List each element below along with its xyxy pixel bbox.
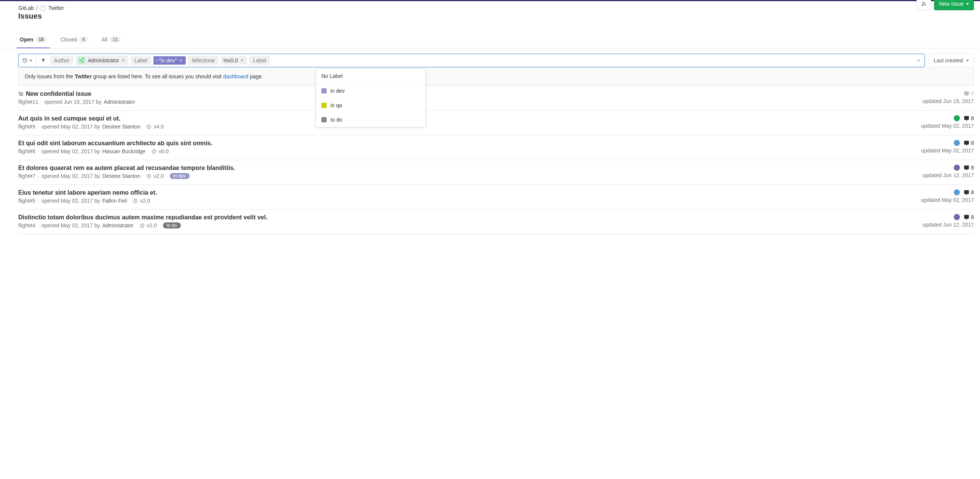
issue-opened: opened May 02, 2017 by bbox=[41, 123, 100, 129]
clock-icon bbox=[151, 149, 156, 154]
issue-row[interactable]: Distinctio totam doloribus ducimus autem… bbox=[18, 209, 974, 234]
confidential-icon bbox=[18, 91, 24, 97]
label-color-swatch bbox=[321, 88, 327, 94]
clock-icon bbox=[140, 223, 145, 228]
comments-count[interactable]: 8 bbox=[964, 214, 974, 220]
dropdown-label-option[interactable]: to do bbox=[316, 113, 425, 127]
tab-count: 21 bbox=[110, 37, 121, 43]
sort-dropdown[interactable]: Last created bbox=[929, 54, 974, 67]
filter-token-label: Label bbox=[130, 56, 151, 65]
comment-icon bbox=[964, 140, 969, 146]
comment-icon bbox=[964, 214, 969, 220]
issue-row[interactable]: Et dolores quaerat rem ea autem placeat … bbox=[18, 160, 974, 185]
tab-label: Closed bbox=[60, 37, 77, 43]
filter-bar[interactable]: AuthorAdministrator✕Label~"in dev"✕Miles… bbox=[18, 54, 925, 67]
comments-count[interactable]: 8 bbox=[964, 115, 974, 121]
issue-updated: updated Jun 15, 2017 bbox=[923, 98, 974, 104]
dropdown-label-option[interactable]: in dev bbox=[316, 84, 425, 98]
issue-ref: flight#7 bbox=[18, 173, 35, 179]
new-issue-button[interactable]: New issue bbox=[934, 0, 974, 10]
comment-icon bbox=[964, 165, 969, 171]
assignee-avatar[interactable] bbox=[954, 214, 960, 220]
clear-filter-icon[interactable]: ✕ bbox=[916, 57, 921, 64]
rss-icon bbox=[921, 1, 926, 6]
issue-ref: flight#4 bbox=[18, 222, 35, 228]
issue-row[interactable]: Et qui odit sint laborum accusantium arc… bbox=[18, 135, 974, 160]
breadcrumb-root[interactable]: GitLab bbox=[18, 5, 34, 11]
issue-opened: opened May 02, 2017 by bbox=[41, 222, 100, 228]
clock-icon bbox=[146, 174, 151, 179]
issue-author[interactable]: Administrator bbox=[104, 99, 135, 105]
caret-down-icon bbox=[966, 60, 969, 62]
issue-updated: updated Jun 12, 2017 bbox=[923, 172, 974, 178]
dropdown-label-option[interactable]: in qa bbox=[316, 98, 425, 113]
comment-icon bbox=[964, 91, 969, 97]
issue-ref: flight#11 bbox=[18, 99, 38, 105]
issue-milestone[interactable]: v2.0 bbox=[147, 222, 157, 228]
tab-open[interactable]: Open15 bbox=[18, 33, 48, 48]
issue-updated: updated May 02, 2017 bbox=[921, 123, 974, 129]
question-icon: ? bbox=[40, 5, 46, 11]
issue-opened: opened May 02, 2017 by bbox=[41, 173, 100, 179]
filter-icon bbox=[37, 58, 50, 63]
issue-row[interactable]: Aut quis in sed cumque sequi et ut. flig… bbox=[18, 111, 974, 135]
breadcrumb-group[interactable]: Twitter bbox=[48, 5, 64, 11]
issue-title: Eius tenetur sint labore aperiam nemo of… bbox=[18, 189, 157, 196]
issue-milestone[interactable]: v2.0 bbox=[153, 173, 163, 179]
group-scope-notice: Only issues from the Twitter group are l… bbox=[18, 67, 974, 86]
caret-down-icon bbox=[29, 60, 32, 62]
comment-icon bbox=[964, 190, 969, 195]
issue-opened: opened May 02, 2017 by bbox=[41, 148, 100, 154]
dropdown-option-text: in qa bbox=[331, 102, 342, 109]
remove-token-icon[interactable]: ✕ bbox=[122, 58, 125, 63]
issue-label-pill[interactable]: in dev bbox=[170, 173, 189, 179]
comments-count[interactable]: 8 bbox=[964, 189, 974, 195]
filter-token-label: Author bbox=[50, 56, 73, 65]
avatar-icon bbox=[78, 57, 86, 64]
filter-token-value[interactable]: Administrator✕ bbox=[76, 56, 128, 65]
issue-row[interactable]: Eius tenetur sint labore aperiam nemo of… bbox=[18, 185, 974, 209]
issue-ref: flight#5 bbox=[18, 198, 35, 204]
dashboard-link[interactable]: dashboard bbox=[223, 73, 248, 80]
tab-label: Open bbox=[20, 37, 33, 43]
assignee-avatar[interactable] bbox=[954, 140, 960, 146]
issue-opened: opened Jun 15, 2017 by bbox=[45, 99, 102, 105]
dropdown-no-label[interactable]: No Label bbox=[316, 69, 425, 83]
comments-count[interactable]: 8 bbox=[964, 140, 974, 146]
assignee-avatar[interactable] bbox=[954, 164, 960, 171]
issue-milestone[interactable]: v4.0 bbox=[153, 123, 163, 129]
assignee-avatar[interactable] bbox=[954, 115, 960, 121]
comments-count[interactable]: 8 bbox=[964, 164, 974, 171]
issue-milestone[interactable]: v0.0 bbox=[159, 148, 169, 154]
issue-author[interactable]: Fallon Feil bbox=[102, 198, 127, 204]
filter-history-button[interactable] bbox=[19, 54, 37, 67]
label-color-swatch bbox=[321, 103, 327, 108]
filter-token-value[interactable]: ~"in dev"✕ bbox=[153, 56, 186, 65]
filter-token-pending[interactable]: Label bbox=[249, 56, 270, 65]
tab-all[interactable]: All21 bbox=[100, 33, 123, 48]
comment-icon bbox=[964, 116, 969, 121]
tab-label: All bbox=[102, 37, 108, 43]
label-color-swatch bbox=[321, 117, 327, 122]
issue-author[interactable]: Desiree Stanton bbox=[102, 173, 140, 179]
issue-title: Distinctio totam doloribus ducimus autem… bbox=[18, 214, 267, 221]
remove-token-icon[interactable]: ✕ bbox=[179, 58, 183, 63]
filter-token-value[interactable]: %v0.0✕ bbox=[221, 56, 247, 65]
history-icon bbox=[22, 58, 28, 63]
sort-label: Last created bbox=[934, 57, 963, 64]
svg-point-0 bbox=[922, 5, 923, 6]
issue-author[interactable]: Desiree Stanton bbox=[102, 123, 140, 129]
tab-closed[interactable]: Closed6 bbox=[59, 33, 89, 48]
issue-row[interactable]: New confidential issue flight#11 · opene… bbox=[18, 86, 974, 111]
issue-author[interactable]: Hassan Buckridge bbox=[102, 148, 145, 154]
issue-author[interactable]: Administrator bbox=[102, 222, 133, 228]
comments-count[interactable]: 0 bbox=[964, 91, 974, 97]
issue-opened: opened May 02, 2017 by bbox=[41, 198, 100, 204]
issue-milestone[interactable]: v2.0 bbox=[140, 198, 150, 204]
rss-button[interactable] bbox=[916, 0, 931, 10]
issue-title: New confidential issue bbox=[26, 91, 91, 97]
issue-label-pill[interactable]: to do bbox=[163, 222, 181, 228]
assignee-avatar[interactable] bbox=[954, 189, 960, 195]
issue-title: Aut quis in sed cumque sequi et ut. bbox=[18, 115, 121, 122]
remove-token-icon[interactable]: ✕ bbox=[240, 58, 244, 63]
